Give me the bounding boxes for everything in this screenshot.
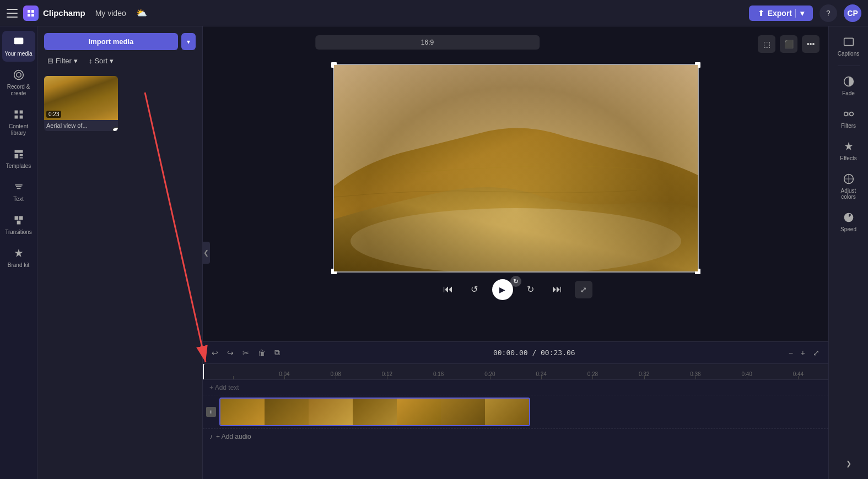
sidebar-item-brand[interactable]: Brand kit <box>2 242 35 273</box>
svg-rect-10 <box>19 157 23 159</box>
export-icon: ⬆ <box>758 9 764 18</box>
ruler-marks: 0:04 0:08 0:12 0:16 0:20 0:24 0:28 0:32 … <box>207 371 824 379</box>
sidebar-item-label-record: Record &create <box>7 84 30 97</box>
forward-10s-button[interactable]: ↻ <box>522 281 540 298</box>
timeline-tracks: + Add text ⏸ <box>203 380 828 479</box>
filters-icon <box>842 107 855 121</box>
user-avatar-button[interactable]: CP <box>844 4 861 22</box>
more-options-button[interactable]: ••• <box>802 35 820 53</box>
undo-button[interactable]: ↩ <box>209 346 220 360</box>
left-sidebar: Your media Record &create Contentlibrary… <box>0 26 37 479</box>
preview-controls-top: ⬚ ⬛ ••• <box>758 35 820 53</box>
sidebar-item-label-templates: Templates <box>6 163 31 170</box>
export-label: Export <box>768 9 792 18</box>
sidebar-item-your-media[interactable]: Your media <box>2 31 35 62</box>
add-audio-track[interactable]: ♪ + Add audio <box>203 428 828 444</box>
skip-to-start-button[interactable]: ⏮ <box>439 281 457 298</box>
sidebar-item-label: Your media <box>4 51 32 57</box>
export-button[interactable]: ⬆ Export ▾ <box>749 6 813 21</box>
right-sidebar-item-speed[interactable]: Speed <box>831 206 866 237</box>
right-sidebar-item-captions[interactable]: Captions <box>831 31 866 61</box>
sidebar-item-transitions[interactable]: Transitions <box>2 209 35 240</box>
svg-rect-9 <box>19 154 23 156</box>
duplicate-button[interactable]: ⧉ <box>272 346 282 360</box>
clip-thumb-4 <box>353 399 397 425</box>
layout-icon: ⬛ <box>784 40 794 48</box>
layout-button[interactable]: ⬛ <box>780 35 797 53</box>
adjust-colors-icon <box>842 172 855 186</box>
captions-icon <box>842 35 855 48</box>
video-frame <box>334 65 698 271</box>
fullscreen-button[interactable]: ⤢ <box>575 281 592 298</box>
sidebar-item-text[interactable]: Text <box>2 176 35 207</box>
topbar: Clipchamp My video ⛅ ⬆ Export ▾ ? CP <box>0 0 868 26</box>
ruler-mark: 0:40 <box>721 371 773 379</box>
sidebar-item-content-library[interactable]: Contentlibrary <box>2 104 35 141</box>
ruler-mark: 0:44 <box>773 371 824 379</box>
sidebar-item-label-text: Text <box>13 196 23 203</box>
main-layout: Your media Record &create Contentlibrary… <box>0 26 868 479</box>
logo-container: Clipchamp <box>23 6 85 21</box>
aspect-ratio-button[interactable]: 16:9 <box>315 35 540 50</box>
record-icon <box>12 68 25 81</box>
timeline-area: ↩ ↪ ✂ 🗑 ⧉ 00:00.00 / 00:23.06 − + ⤢ <box>203 341 828 479</box>
timeline-ruler: 0:04 0:08 0:12 0:16 0:20 0:24 0:28 0:32 … <box>203 364 828 379</box>
right-sidebar-item-filters[interactable]: Filters <box>831 103 866 133</box>
sidebar-item-record-create[interactable]: Record &create <box>2 64 35 101</box>
fullscreen-icon: ⤢ <box>580 285 587 294</box>
filter-label: Filter <box>56 57 72 65</box>
video-clip[interactable] <box>219 398 530 426</box>
effects-label: Effects <box>840 155 856 161</box>
video-track-clips <box>219 398 828 426</box>
crop-button[interactable]: ⬚ <box>758 35 775 53</box>
speed-icon <box>842 211 855 224</box>
svg-rect-16 <box>844 38 853 45</box>
rewind-10s-button[interactable]: ↺ <box>466 281 483 298</box>
filter-button[interactable]: ⊟ Filter ▾ <box>44 55 81 67</box>
forward-icon: ↻ <box>527 284 534 295</box>
help-button[interactable]: ? <box>820 4 837 22</box>
sort-button[interactable]: ↕ Sort ▾ <box>85 55 117 67</box>
redo-button[interactable]: ↪ <box>225 346 236 360</box>
right-sidebar-collapse-button[interactable]: ❯ <box>831 453 866 475</box>
filter-chevron: ▾ <box>74 57 78 65</box>
delete-button[interactable]: 🗑 <box>256 346 268 360</box>
captions-label: Captions <box>838 51 859 57</box>
import-media-button[interactable]: Import media <box>44 33 178 50</box>
zoom-in-button[interactable]: + <box>799 346 807 360</box>
skip-to-end-button[interactable]: ⏭ <box>548 281 566 298</box>
import-dropdown-button[interactable]: ▾ <box>181 33 196 50</box>
clip-thumb-3 <box>309 399 353 425</box>
preview-area: 16:9 ⬚ ⬛ ••• <box>203 26 828 341</box>
project-name[interactable]: My video <box>91 7 131 20</box>
svg-rect-3 <box>14 111 18 114</box>
media-item[interactable]: 0:23 Aerial view of... <box>44 76 118 131</box>
play-icon: ▶ <box>499 285 505 294</box>
add-text-track[interactable]: + Add text <box>203 380 828 395</box>
rotate-handle[interactable]: ↻ <box>510 276 521 287</box>
svg-rect-8 <box>14 154 18 159</box>
svg-rect-4 <box>19 111 23 114</box>
right-sidebar-item-fade[interactable]: Fade <box>831 70 866 101</box>
clip-thumb-2 <box>265 399 309 425</box>
hamburger-menu-button[interactable] <box>7 9 18 18</box>
ruler-mark <box>207 371 258 379</box>
zoom-out-button[interactable]: − <box>786 346 795 360</box>
media-icon <box>12 35 25 48</box>
ruler-mark: 0:12 <box>362 371 413 379</box>
right-sidebar: Captions Fade Filters Effects Adjustcol <box>828 26 868 479</box>
timeline-toolbar: ↩ ↪ ✂ 🗑 ⧉ 00:00.00 / 00:23.06 − + ⤢ <box>203 342 828 364</box>
svg-point-15 <box>351 208 681 271</box>
template-icon <box>12 148 25 161</box>
import-dropdown-icon: ▾ <box>187 38 190 46</box>
ruler-mark: 0:36 <box>670 371 721 379</box>
sidebar-item-templates[interactable]: Templates <box>2 143 35 174</box>
panel-collapse-button[interactable]: ❮ <box>202 242 210 264</box>
right-sidebar-item-effects[interactable]: Effects <box>831 135 866 166</box>
right-sidebar-item-adjust-colors[interactable]: Adjustcolors <box>831 168 866 204</box>
fit-timeline-button[interactable]: ⤢ <box>811 346 822 360</box>
track-pause-button[interactable]: ⏸ <box>206 407 216 417</box>
filters-label: Filters <box>841 123 856 129</box>
cut-button[interactable]: ✂ <box>240 346 251 360</box>
import-row: Import media ▾ <box>44 33 196 50</box>
